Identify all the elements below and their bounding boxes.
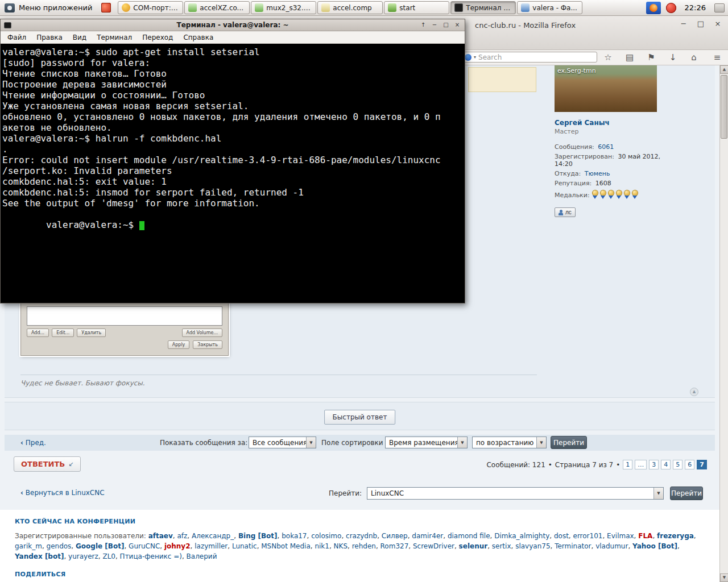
maximize-button[interactable]: □ (695, 19, 706, 29)
launcher-icon[interactable] (101, 3, 111, 13)
page-number-button[interactable]: 4 (661, 460, 671, 469)
bookmarks-icon[interactable]: ⚑ (645, 52, 657, 63)
downloads-icon[interactable]: ↓ (667, 52, 679, 63)
online-user-link[interactable]: lazymiller (195, 542, 232, 550)
online-user-link[interactable]: Александр_ (192, 532, 238, 540)
scrollbar-thumb[interactable] (721, 75, 727, 139)
bookmark-star-icon[interactable]: ☆ (602, 52, 614, 63)
online-user-link[interactable]: johny2 (164, 542, 195, 550)
minimize-button[interactable]: − (431, 21, 439, 29)
page-number-button[interactable]: 6 (685, 460, 694, 469)
online-user-link[interactable]: colosimo (311, 532, 346, 540)
taskbar-window-button[interactable]: COM-порт: ... (118, 1, 183, 14)
online-user-link[interactable]: gendos (47, 542, 76, 550)
online-user-link[interactable]: aftaev (148, 532, 177, 540)
sort-field-select[interactable]: Время размещения ▼ (385, 436, 468, 448)
menu-item[interactable]: Файл (3, 32, 31, 43)
online-user-link[interactable]: diamond file (448, 532, 494, 540)
online-user-link[interactable]: frezeryga (657, 532, 696, 540)
menu-item[interactable]: Переход (138, 32, 177, 43)
page-number-button[interactable]: 5 (673, 460, 682, 469)
online-user-link[interactable]: rehden (352, 542, 380, 550)
online-user-link[interactable]: GuruCNC (129, 542, 164, 550)
online-user-link[interactable]: Evilmax (607, 532, 638, 540)
jump-go-button[interactable]: Перейти (670, 487, 703, 500)
menu-item[interactable]: Вид (68, 32, 91, 43)
online-user-link[interactable]: MSNbot Media (261, 542, 315, 550)
taskbar-window-button[interactable]: accel.comp (317, 1, 383, 14)
online-user-link[interactable]: boka17 (282, 532, 311, 540)
online-user-link[interactable]: dost (554, 532, 573, 540)
applications-menu-button[interactable]: Меню приложений (2, 1, 97, 15)
page-number-button[interactable]: 1 (623, 460, 632, 469)
shade-button[interactable]: ↑ (419, 21, 427, 29)
close-button[interactable]: × (453, 21, 461, 29)
jump-to-select[interactable]: LinuxCNC ▼ (367, 487, 664, 500)
page-number-button[interactable]: 3 (649, 460, 659, 469)
minimize-button[interactable]: − (678, 19, 689, 29)
online-user-link[interactable]: Rom327 (380, 542, 413, 550)
menu-item[interactable]: Правка (32, 32, 67, 43)
private-message-button[interactable]: лс (555, 207, 576, 217)
menu-icon[interactable]: ≡ (711, 52, 723, 63)
menu-item[interactable]: Справка (179, 32, 218, 43)
taskbar-window-button[interactable]: valera - Фа... (517, 1, 582, 14)
online-user-link[interactable]: selenur (459, 542, 492, 550)
return-to-forum-link[interactable]: ‹ Вернуться в LinuxCNC (20, 489, 105, 497)
online-user-link[interactable]: Валерий (187, 552, 217, 560)
online-user-link[interactable]: NKS (334, 542, 352, 550)
search-engine-icon[interactable] (465, 54, 471, 61)
terminal-titlebar[interactable]: Терминал - valera@valera: ~ ↑ − □ × (1, 19, 465, 31)
screenshot-tray-icon[interactable] (714, 3, 725, 13)
display-go-button[interactable]: Перейти (551, 436, 587, 449)
previous-page-link[interactable]: ‹ Пред. (20, 439, 46, 447)
firefox-tray-icon[interactable] (646, 2, 661, 14)
online-user-link[interactable]: Google [Bot] (76, 542, 129, 550)
library-icon[interactable]: ▤ (623, 52, 636, 63)
search-input[interactable]: ▾ Search (461, 52, 597, 63)
taskbar-window-button[interactable]: accelXZ.co... (184, 1, 250, 14)
notification-tray-icon[interactable] (666, 3, 676, 13)
online-user-link[interactable]: damir4er (412, 532, 448, 540)
online-user-link[interactable]: ZL0 (102, 552, 119, 560)
online-user-link[interactable]: crazydnb (346, 532, 382, 540)
online-user-link[interactable]: slavyan75 (515, 542, 555, 550)
online-user-link[interactable]: error101 (573, 532, 607, 540)
online-user-link[interactable]: sertix (492, 542, 515, 550)
online-user-link[interactable]: vladumur (595, 542, 632, 550)
back-to-top-button[interactable]: ▲ (690, 388, 698, 396)
show-posts-select[interactable]: Все сообщения ▼ (249, 436, 316, 448)
avatar[interactable]: ex.Serg-tmn (555, 65, 657, 112)
menu-item[interactable]: Терминал (92, 32, 136, 43)
terminal-output[interactable]: valera@valera:~$ sudo apt-get install se… (1, 45, 465, 303)
online-user-link[interactable]: ScrewDriver (413, 542, 459, 550)
reply-button[interactable]: ОТВЕТИТЬ ↙ (14, 456, 81, 472)
close-button[interactable]: × (712, 19, 723, 29)
online-user-link[interactable]: Bing [Bot] (238, 532, 282, 540)
online-user-link[interactable]: yurayerz (68, 552, 102, 560)
attachment-image[interactable]: Add...Edit...Удалить Add Volume... Apply… (20, 301, 229, 356)
scroll-down-button[interactable]: ▼ (720, 573, 728, 582)
maximize-button[interactable]: □ (442, 21, 450, 29)
online-user-link[interactable]: Terminator (555, 542, 595, 550)
online-user-link[interactable]: Силвер (382, 532, 412, 540)
online-user-link[interactable]: Dimka_almighty (494, 532, 554, 540)
scrollbar[interactable]: ▲ ▼ (719, 65, 728, 582)
taskbar-window-button[interactable]: Терминал -... (450, 1, 516, 14)
username-link[interactable]: Сергей Саныч (555, 119, 674, 127)
sort-order-select[interactable]: по возрастанию ▼ (472, 436, 547, 448)
online-user-link[interactable]: Yandex [bot] (15, 552, 68, 560)
quick-reply-button[interactable]: Быстрый ответ (324, 410, 396, 425)
page-number-button[interactable]: … (635, 460, 647, 469)
online-user-link[interactable]: garik_m (15, 542, 47, 550)
online-user-link[interactable]: Птица-феникс =) (120, 552, 187, 560)
online-user-link[interactable]: Lunatic (232, 542, 261, 550)
taskbar-window-button[interactable]: mux2_s32.c... (251, 1, 316, 14)
scroll-up-button[interactable]: ▲ (720, 65, 728, 74)
online-user-link[interactable]: nik1 (315, 542, 333, 550)
page-number-button[interactable]: 7 (697, 460, 707, 469)
online-user-link[interactable]: Yahoo [Bot] (632, 542, 680, 550)
online-user-link[interactable]: afz (177, 532, 192, 540)
home-icon[interactable]: ⌂ (688, 52, 700, 63)
online-user-link[interactable]: FLA (638, 532, 657, 540)
